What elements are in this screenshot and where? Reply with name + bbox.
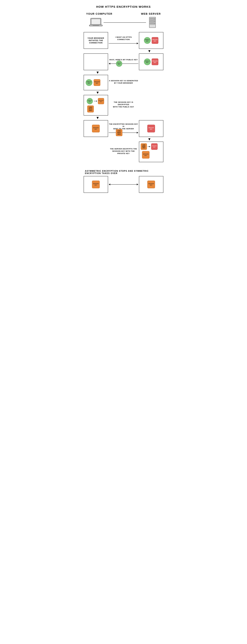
step5-arrow-area: 110010010110011 [109, 131, 138, 134]
step6-result-key: SESSIONKEY [142, 151, 150, 158]
step2-right-keys: PUBLICKEY PRIVATEKEY [144, 58, 158, 65]
step1-right-keys: PUBLICKEY PRIVATEKEY [144, 37, 158, 44]
step4-small-arrow [94, 100, 97, 102]
step5-middle-text: THE ENCRYPTED SESSION KEY ISSENT TO THE … [109, 123, 138, 130]
step2-left-box [84, 54, 108, 70]
step5-session-key: SESSIONKEY [92, 125, 100, 132]
header-row: YOUR COMPUTER WEB SERVER [84, 12, 163, 15]
step6-encrypted: 110010010110011 [141, 143, 147, 150]
step3-row: PUBLICKEY SESSIONKEY A SESSION KEY IS GE… [84, 75, 163, 90]
step2-middle: OKAY, HERE'S MY PUBLIC KEY PUBLICKEY [108, 54, 139, 70]
bottom-middle [108, 176, 139, 193]
step2-middle-text: OKAY, HERE'S MY PUBLIC KEY [109, 58, 138, 61]
step5-private-key: PRIVATEKEY [147, 125, 155, 132]
your-computer-label: YOUR COMPUTER [86, 12, 112, 15]
step6-row: THE SERVER DECRYPTS THESESSION KEY WITH … [84, 142, 163, 162]
bottom-right-session-key: SESSIONKEY [147, 180, 155, 188]
step4-middle: THE SESSION KEY IS ENCRYPTEDWITH THE PUB… [108, 95, 139, 116]
step2-private-key: PRIVATEKEY [152, 58, 158, 65]
step6-inner-arrow [148, 146, 150, 147]
arrow-after-step1: ▼ [84, 49, 163, 53]
header-icons-row [84, 16, 163, 28]
web-server-label: WEB SERVER [141, 12, 161, 15]
step4-encrypted-block: 110010010110011 [87, 106, 94, 112]
step5-right-box: PRIVATEKEY [139, 120, 163, 137]
step4-row: PUBLICKEY SESSIONKEY 110010010110011 THE… [84, 95, 163, 116]
svg-rect-13 [150, 23, 153, 24]
bottom-left-session-key: SESSIONKEY [92, 180, 100, 188]
step5-encrypted-traveling: 110010010110011 [116, 129, 122, 136]
step3-session-key: SESSIONKEY [94, 79, 100, 86]
step3-left-box: PUBLICKEY SESSIONKEY [84, 75, 108, 90]
step4-inner: PUBLICKEY SESSIONKEY 110010010110011 [85, 97, 105, 114]
step2-row: OKAY, HERE'S MY PUBLIC KEY PUBLICKEY PUB… [84, 54, 163, 70]
step4-encrypted: 110010010110011 [87, 106, 94, 112]
step5-row: SESSIONKEY THE ENCRYPTED SESSION KEY ISS… [84, 120, 163, 137]
step1-middle-text: I WANT AN HTTPS CONNECTION [109, 36, 138, 41]
step2-traveling-key: PUBLICKEY [116, 60, 122, 67]
laptop-icon [89, 17, 103, 28]
step2-arrow-area: PUBLICKEY [109, 62, 138, 65]
step2-right-box: PUBLICKEY PRIVATEKEY [139, 54, 163, 70]
svg-point-10 [154, 23, 155, 24]
step6-left-spacer [84, 142, 108, 162]
step6-middle: THE SERVER DECRYPTS THESESSION KEY WITH … [108, 142, 139, 162]
svg-point-8 [154, 18, 155, 20]
step6-session-key: SESSIONKEY [142, 151, 150, 158]
step5-arrow [109, 132, 138, 134]
svg-rect-1 [91, 19, 100, 24]
step5-middle: THE ENCRYPTED SESSION KEY ISSENT TO THE … [108, 120, 139, 137]
step1-arrow [109, 42, 138, 44]
step3-middle: A SESSION KEY IS GENERATEDBY YOUR BROWSE… [108, 75, 139, 90]
arrow-after-step5: ▼ [84, 138, 163, 141]
svg-rect-11 [150, 18, 153, 19]
bottom-right-box: SESSIONKEY [139, 176, 163, 193]
step4-keys-row: PUBLICKEY SESSIONKEY [87, 98, 104, 104]
arrow-after-step4: ▼ [84, 116, 163, 120]
step4-right-spacer [139, 95, 163, 116]
step3-right-spacer [139, 75, 163, 90]
step2-arrow [109, 63, 138, 64]
step1-middle: I WANT AN HTTPS CONNECTION [108, 32, 139, 49]
arrow-after-step2: ▼ [84, 71, 163, 74]
step1-left-text: YOUR BROWSERINITIATES THECONNECTION [87, 37, 104, 44]
step1-left-box: YOUR BROWSERINITIATES THECONNECTION [84, 32, 108, 49]
step4-middle-text: THE SESSION KEY IS ENCRYPTEDWITH THE PUB… [109, 101, 138, 108]
step6-private-key: PRIVATEKEY [151, 143, 158, 150]
step4-public-key: PUBLICKEY [87, 98, 93, 104]
svg-rect-12 [150, 21, 153, 21]
step4-left-box: PUBLICKEY SESSIONKEY 110010010110011 [84, 95, 108, 116]
step1-right-box: PUBLICKEY PRIVATEKEY [139, 32, 163, 49]
main-title: HOW HTTPS ENCRYPTION WORKS [96, 5, 151, 8]
server-icon [147, 16, 158, 28]
svg-rect-3 [93, 25, 99, 26]
bottom-left-box: SESSIONKEY [84, 176, 108, 193]
step2-public-key: PUBLICKEY [144, 58, 151, 65]
page: HOW HTTPS ENCRYPTION WORKS YOUR COMPUTER… [84, 5, 163, 198]
step1-private-key: PRIVATEKEY [152, 37, 158, 44]
step5-left-box: SESSIONKEY [84, 120, 108, 137]
step6-right-content: 110010010110011 PRIVATEKEY SESSIONKEY [141, 143, 162, 158]
step6-right-box: 110010010110011 PRIVATEKEY SESSIONKEY [139, 142, 163, 162]
step4-session-key: SESSIONKEY [98, 98, 104, 104]
svg-point-9 [154, 21, 155, 22]
step1-row: YOUR BROWSERINITIATES THECONNECTION I WA… [84, 32, 163, 49]
bottom-section-label: ASYMMETRIC ENCRYPTION STOPS AND SYMMETRI… [84, 170, 163, 174]
step3-public-key: PUBLICKEY [86, 79, 92, 86]
step3-middle-text: A SESSION KEY IS GENERATEDBY YOUR BROWSE… [109, 80, 138, 84]
arrow-after-step3: ▼ [84, 91, 163, 94]
bottom-both-arrow [109, 184, 138, 185]
step6-middle-text: THE SERVER DECRYPTS THESESSION KEY WITH … [109, 148, 138, 155]
step1-public-key: PUBLICKEY [144, 37, 151, 44]
bottom-row: SESSIONKEY SESSIONKEY [84, 176, 163, 193]
step6-encrypt-row: 110010010110011 PRIVATEKEY [141, 143, 158, 150]
